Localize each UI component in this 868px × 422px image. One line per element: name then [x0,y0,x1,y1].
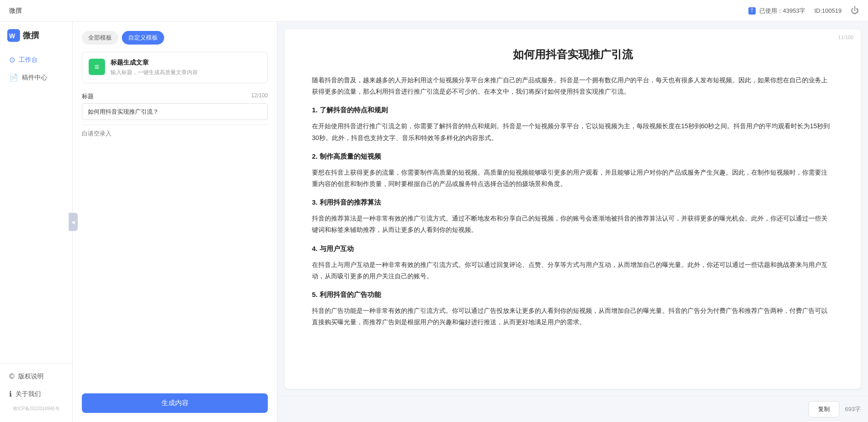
title-char-count: 12/100 [251,92,268,100]
article-heading-9: 5. 利用抖音的广告功能 [312,288,833,301]
article-heading-7: 4. 与用户互动 [312,242,833,255]
icp-text: 蜀ICP备2022018946号 [0,403,72,415]
logo-icon: W [7,29,20,42]
article-title: 如何用抖音实现推广引流 [312,47,833,62]
article-heading-3: 2. 制作高质量的短视频 [312,150,833,162]
copyright-label: 版权说明 [18,372,44,381]
topbar-title: 微撰 [9,7,22,15]
article-para-2: 在开始使用抖音进行推广引流之前，你需要了解抖音的特点和规则。抖音是一个短视频分享… [312,121,833,143]
article-heading-1: 1. 了解抖音的特点和规则 [312,104,833,116]
article-para-4: 要想在抖音上获得更多的流量，你需要制作高质量的短视频。高质量的短视频能够吸引更多… [312,167,833,190]
article-body: 随着抖音的普及，越来越多的人开始利用这个短视频分享平台来推广自己的产品或服务。抖… [312,75,833,328]
title-label-row: 标题 12/100 [82,92,268,100]
topbar-right: T 已使用：43953字 ID:100519 ⏻ [748,6,859,15]
template-tabs: 全部模板 自定义模板 [82,31,268,45]
right-panel: 11/100 如何用抖音实现推广引流 随着抖音的普及，越来越多的人开始利用这个短… [277,22,868,422]
sidebar: W 微撰 ⊙ 工作台 📄 稿件中心 © 版权说明 ℹ 关于我们 蜀ICP备202… [0,22,73,422]
svg-text:W: W [9,32,15,40]
drafts-icon: 📄 [9,73,18,82]
template-desc: 输入标题，一键生成高质量文章内容 [110,69,261,76]
template-card-title-article[interactable]: ≡ 标题生成文章 输入标题，一键生成高质量文章内容 [82,52,268,83]
copy-button[interactable]: 复制 [808,401,839,417]
sidebar-item-workspace[interactable]: ⊙ 工作台 [0,51,72,69]
title-input[interactable] [82,103,268,120]
left-panel: 全部模板 自定义模板 ≡ 标题生成文章 输入标题，一键生成高质量文章内容 标题 … [73,22,277,422]
template-info: 标题生成文章 输入标题，一键生成高质量文章内容 [110,59,261,76]
sidebar-item-copyright[interactable]: © 版权说明 [0,368,72,385]
main-layout: W 微撰 ⊙ 工作台 📄 稿件中心 © 版权说明 ℹ 关于我们 蜀ICP备202… [0,22,868,422]
article-content-area: 11/100 如何用抖音实现推广引流 随着抖音的普及，越来越多的人开始利用这个短… [285,29,861,389]
usage-icon: T [748,7,756,15]
user-id: ID:100519 [814,7,842,14]
article-para-0: 随着抖音的普及，越来越多的人开始利用这个短视频分享平台来推广自己的产品或服务。抖… [312,75,833,97]
article-heading-5: 3. 利用抖音的推荐算法 [312,196,833,208]
generate-button[interactable]: 生成内容 [82,393,268,413]
logo: W 微撰 [0,29,72,51]
usage-info: T 已使用：43953字 [748,7,805,15]
title-label: 标题 [82,92,94,100]
tab-custom-templates[interactable]: 自定义模板 [122,31,164,45]
content-textarea[interactable] [82,125,268,179]
sidebar-collapse-button[interactable]: ◀ [69,213,78,231]
logo-text: 微撰 [23,30,39,41]
template-card-icon: ≡ [89,59,105,75]
usage-text: 已使用：43953字 [759,7,805,15]
page-counter: 11/100 [838,35,853,40]
bottom-bar: 复制 693字 [277,396,868,422]
article-para-8: 在抖音上与用户互动是一种非常有效的推广引流方式。你可以通过回复评论、点赞、分享等… [312,259,833,282]
about-icon: ℹ [9,390,12,398]
about-label: 关于我们 [15,390,41,398]
copyright-icon: © [9,372,15,381]
word-count: 693字 [845,405,861,413]
sidebar-bottom: © 版权说明 ℹ 关于我们 蜀ICP备2022018946号 [0,363,72,415]
sidebar-drafts-label: 稿件中心 [22,74,47,82]
sidebar-item-about[interactable]: ℹ 关于我们 [0,385,72,403]
power-icon[interactable]: ⏻ [851,6,859,15]
topbar: 微撰 T 已使用：43953字 ID:100519 ⏻ [0,0,868,22]
generate-button-container: 生成内容 [82,384,268,413]
article-para-10: 抖音的广告功能是一种非常有效的推广引流方式。你可以通过广告投放来让更多的人看到你… [312,305,833,328]
article-para-6: 抖音的推荐算法是一种非常有效的推广引流方式。通过不断地发布和分享自己的短视频，你… [312,213,833,236]
workspace-icon: ⊙ [9,55,15,64]
sidebar-item-drafts[interactable]: 📄 稿件中心 [0,69,72,86]
sidebar-workspace-label: 工作台 [19,56,38,64]
tab-all-templates[interactable]: 全部模板 [82,31,118,45]
template-name: 标题生成文章 [110,59,261,67]
